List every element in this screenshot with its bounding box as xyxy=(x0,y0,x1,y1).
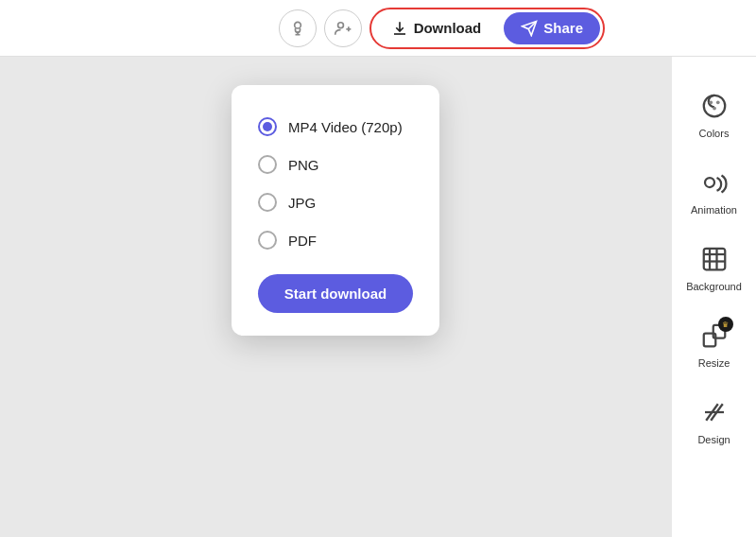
option-pdf[interactable]: PDF xyxy=(258,221,413,259)
crown-badge: ♛ xyxy=(718,317,733,332)
option-mp4[interactable]: MP4 Video (720p) xyxy=(258,108,413,146)
topbar: Download Share xyxy=(0,0,756,57)
canvas-area: MP4 Video (720p) PNG JPG PDF Start downl… xyxy=(0,57,671,537)
svg-point-11 xyxy=(713,107,716,111)
option-jpg-label: JPG xyxy=(288,195,316,211)
download-label: Download xyxy=(414,20,482,36)
share-label: Share xyxy=(543,20,583,36)
resize-icon: ♛ xyxy=(697,319,731,353)
svg-point-9 xyxy=(709,100,713,104)
svg-point-10 xyxy=(715,100,719,104)
animation-icon xyxy=(697,165,731,199)
option-png[interactable]: PNG xyxy=(258,146,413,183)
svg-point-0 xyxy=(294,22,301,28)
person-add-icon-btn[interactable] xyxy=(324,9,362,47)
right-sidebar: Colors Animation xyxy=(671,57,756,537)
radio-png xyxy=(258,155,277,174)
share-button[interactable]: Share xyxy=(504,12,600,44)
topbar-actions: Download Share xyxy=(279,8,605,49)
colors-label: Colors xyxy=(699,128,730,139)
animation-label: Animation xyxy=(691,204,737,216)
svg-point-3 xyxy=(337,22,343,27)
background-icon xyxy=(697,242,731,276)
download-share-highlight: Download Share xyxy=(369,8,605,49)
share-icon xyxy=(521,20,538,37)
sidebar-item-background[interactable]: Background xyxy=(672,229,756,305)
download-icon xyxy=(391,20,408,37)
bulb-icon xyxy=(288,19,307,38)
colors-icon xyxy=(697,89,731,123)
option-jpg[interactable]: JPG xyxy=(258,183,413,221)
option-png-label: PNG xyxy=(288,157,319,173)
background-label: Background xyxy=(686,281,742,292)
sidebar-item-colors[interactable]: Colors xyxy=(672,76,756,152)
design-label: Design xyxy=(697,434,730,445)
svg-point-12 xyxy=(705,178,714,187)
bulb-icon-btn[interactable] xyxy=(279,9,317,47)
sidebar-item-animation[interactable]: Animation xyxy=(672,152,756,229)
radio-pdf xyxy=(258,231,277,250)
svg-rect-13 xyxy=(703,249,725,270)
person-add-icon xyxy=(334,19,352,38)
option-mp4-label: MP4 Video (720p) xyxy=(288,119,403,135)
sidebar-item-design[interactable]: Design xyxy=(672,382,756,459)
start-download-label: Start download xyxy=(284,286,387,302)
download-button[interactable]: Download xyxy=(374,12,499,44)
option-pdf-label: PDF xyxy=(288,233,317,249)
resize-label: Resize xyxy=(698,357,730,369)
start-download-button[interactable]: Start download xyxy=(258,274,413,313)
sidebar-item-resize[interactable]: ♛ Resize xyxy=(672,305,756,382)
radio-mp4 xyxy=(258,117,277,136)
design-icon xyxy=(697,395,731,429)
svg-point-8 xyxy=(703,95,725,117)
radio-jpg xyxy=(258,193,277,212)
main-area: MP4 Video (720p) PNG JPG PDF Start downl… xyxy=(0,57,756,537)
download-dropdown: MP4 Video (720p) PNG JPG PDF Start downl… xyxy=(232,85,439,336)
